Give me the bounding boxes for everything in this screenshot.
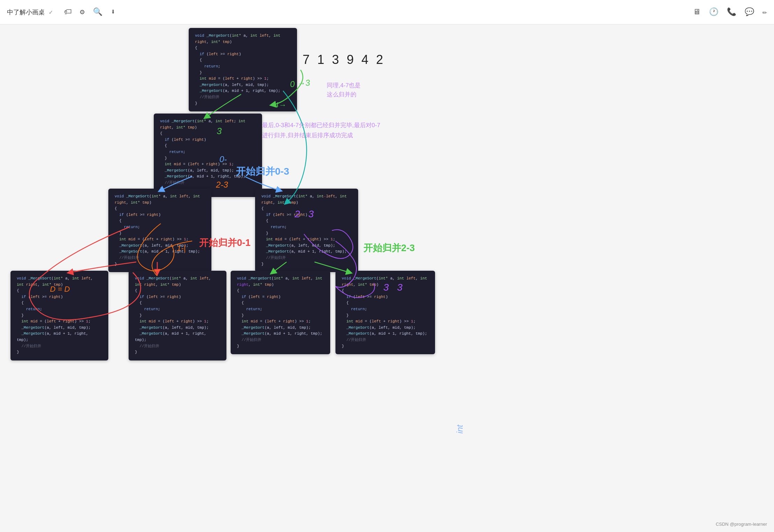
- tag-icon[interactable]: 🏷: [64, 7, 72, 17]
- download-icon[interactable]: ⬇: [111, 7, 115, 17]
- chat-icon[interactable]: 💬: [745, 7, 754, 17]
- code-card-right-mid: void _MergeSort(int* a, int←left, int ri…: [255, 189, 358, 272]
- csdn-watermark: CSDN @program-learner: [716, 522, 767, 527]
- code-card-left-mid: void _MergeSort(int* a, int left, int ri…: [108, 189, 211, 272]
- annotation-zuihou: 最后,0-3和4-7分别都已经归并完毕,最后对0-7进行归并,归并结束后排序成功…: [262, 121, 380, 141]
- settings-icon[interactable]: ⚙: [80, 7, 85, 17]
- toolbar-actions: 🏷 ⚙ 🔍 ⬇: [64, 7, 116, 17]
- code-card-top: void _MergeSort(int* a, int left, int ri…: [189, 28, 297, 111]
- clock-icon[interactable]: 🕐: [709, 7, 718, 17]
- annotation-int: int: [455, 425, 465, 433]
- phone-icon[interactable]: 📞: [727, 7, 736, 17]
- pen-icon[interactable]: ✏: [762, 7, 767, 17]
- code-card-far-left: void _MergeSort(int* a, int left, int ri…: [10, 271, 108, 360]
- canvas-area: 1 0 6 7 1 3 9 4 2 void _MergeSort(int* a…: [0, 24, 774, 532]
- check-icon: ✓: [49, 8, 53, 16]
- monitor-icon[interactable]: 🖥: [693, 7, 701, 17]
- toolbar-left: 中了解小画桌 ✓ 🏷 ⚙ 🔍 ⬇: [7, 7, 115, 17]
- annotation-merge23: 开始归并2-3: [363, 242, 415, 254]
- toolbar: 中了解小画桌 ✓ 🏷 ⚙ 🔍 ⬇ 🖥 🕐 📞 💬 ✏: [0, 0, 774, 24]
- annotation-tongli: 同理,4-7也是这么归并的: [327, 81, 361, 99]
- code-card-mid-top: void _MergeSort(int* a, int left; int ri…: [154, 114, 262, 197]
- code-card-far-right: void _MergeSort(int* a, int left, int ri…: [335, 271, 435, 354]
- toolbar-right: 🖥 🕐 📞 💬 ✏: [693, 7, 767, 17]
- search-icon[interactable]: 🔍: [93, 7, 102, 17]
- app-title: 中了解小画桌: [7, 8, 45, 16]
- code-card-center-right: void _MergeSort(int* a, int left, int ri…: [231, 271, 330, 354]
- code-card-center-left: void _MergeSort(int* a, int left, int ri…: [129, 271, 226, 360]
